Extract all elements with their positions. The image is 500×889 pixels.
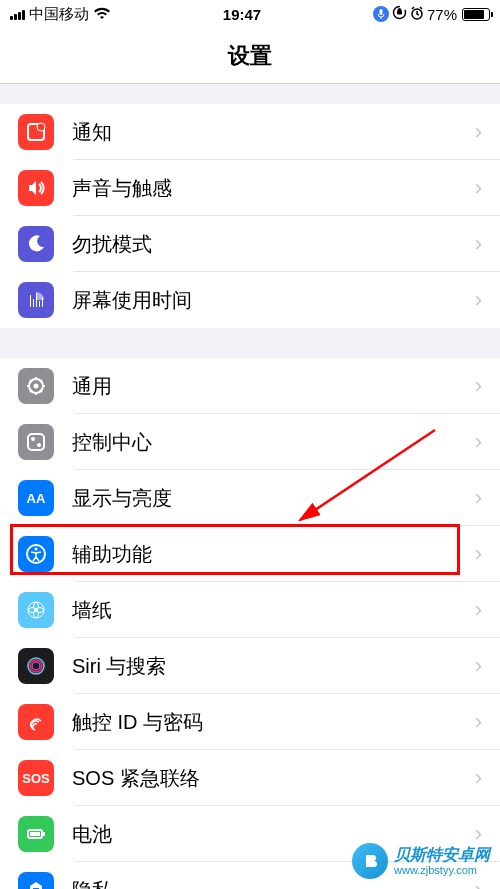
voice-icon (373, 6, 389, 22)
sos-icon: SOS (18, 760, 54, 796)
svg-point-9 (37, 443, 41, 447)
chevron-right-icon: › (475, 653, 482, 679)
chevron-right-icon: › (475, 541, 482, 567)
status-left: 中国移动 (10, 5, 111, 24)
row-dnd[interactable]: 勿扰模式 › (0, 216, 500, 272)
carrier-label: 中国移动 (29, 5, 89, 24)
chevron-right-icon: › (475, 175, 482, 201)
svg-point-4 (37, 123, 45, 131)
svg-point-8 (31, 437, 35, 441)
wallpaper-icon (18, 592, 54, 628)
svg-text:AA: AA (27, 491, 46, 506)
status-bar: 中国移动 19:47 77% (0, 0, 500, 28)
battery-pct: 77% (427, 6, 457, 23)
chevron-right-icon: › (475, 429, 482, 455)
row-label: 辅助功能 (72, 541, 475, 568)
watermark-icon (352, 843, 388, 879)
header: 设置 (0, 28, 500, 84)
general-icon (18, 368, 54, 404)
svg-rect-0 (379, 9, 382, 15)
chevron-right-icon: › (475, 597, 482, 623)
row-accessibility[interactable]: 辅助功能 › (0, 526, 500, 582)
row-display[interactable]: AA 显示与亮度 › (0, 470, 500, 526)
svg-rect-7 (28, 434, 44, 450)
row-control-center[interactable]: 控制中心 › (0, 414, 500, 470)
chevron-right-icon: › (475, 373, 482, 399)
status-time: 19:47 (111, 6, 373, 23)
watermark-name: 贝斯特安卓网 (394, 846, 490, 864)
row-label: 屏幕使用时间 (72, 287, 475, 314)
settings-group-2: 通用 › 控制中心 › AA 显示与亮度 › 辅助功能 › 墙纸 › Siri … (0, 358, 500, 889)
display-icon: AA (18, 480, 54, 516)
row-siri[interactable]: Siri 与搜索 › (0, 638, 500, 694)
row-label: 通用 (72, 373, 475, 400)
row-label: 通知 (72, 119, 475, 146)
row-label: 勿扰模式 (72, 231, 475, 258)
chevron-right-icon: › (475, 287, 482, 313)
row-notifications[interactable]: 通知 › (0, 104, 500, 160)
row-sos[interactable]: SOS SOS 紧急联络 › (0, 750, 500, 806)
row-label: 控制中心 (72, 429, 475, 456)
privacy-icon (18, 872, 54, 889)
settings-group-1: 通知 › 声音与触感 › 勿扰模式 › 屏幕使用时间 › (0, 104, 500, 328)
status-right: 77% (373, 5, 490, 23)
svg-point-17 (32, 662, 40, 670)
battery-settings-icon (18, 816, 54, 852)
chevron-right-icon: › (475, 709, 482, 735)
chevron-right-icon: › (475, 231, 482, 257)
row-label: 声音与触感 (72, 175, 475, 202)
row-touchid[interactable]: 触控 ID 与密码 › (0, 694, 500, 750)
wifi-icon (93, 6, 111, 23)
dnd-icon (18, 226, 54, 262)
chevron-right-icon: › (475, 485, 482, 511)
screentime-icon (18, 282, 54, 318)
svg-rect-19 (43, 832, 45, 836)
row-screentime[interactable]: 屏幕使用时间 › (0, 272, 500, 328)
touchid-icon (18, 704, 54, 740)
sounds-icon (18, 170, 54, 206)
battery-icon (462, 8, 490, 21)
notifications-icon (18, 114, 54, 150)
row-label: 触控 ID 与密码 (72, 709, 475, 736)
row-wallpaper[interactable]: 墙纸 › (0, 582, 500, 638)
page-title: 设置 (228, 41, 272, 71)
row-label: 显示与亮度 (72, 485, 475, 512)
watermark: 贝斯特安卓网 www.zjbstyy.com (352, 843, 490, 879)
orientation-lock-icon (392, 5, 407, 23)
svg-point-12 (35, 548, 38, 551)
row-label: SOS 紧急联络 (72, 765, 475, 792)
alarm-icon (410, 6, 424, 23)
chevron-right-icon: › (475, 765, 482, 791)
row-label: Siri 与搜索 (72, 653, 475, 680)
accessibility-icon (18, 536, 54, 572)
control-center-icon (18, 424, 54, 460)
svg-point-6 (34, 384, 39, 389)
row-general[interactable]: 通用 › (0, 358, 500, 414)
signal-icon (10, 8, 25, 20)
svg-rect-20 (30, 832, 40, 836)
chevron-right-icon: › (475, 119, 482, 145)
row-label: 墙纸 (72, 597, 475, 624)
row-sounds[interactable]: 声音与触感 › (0, 160, 500, 216)
siri-icon (18, 648, 54, 684)
watermark-url: www.zjbstyy.com (394, 864, 490, 876)
